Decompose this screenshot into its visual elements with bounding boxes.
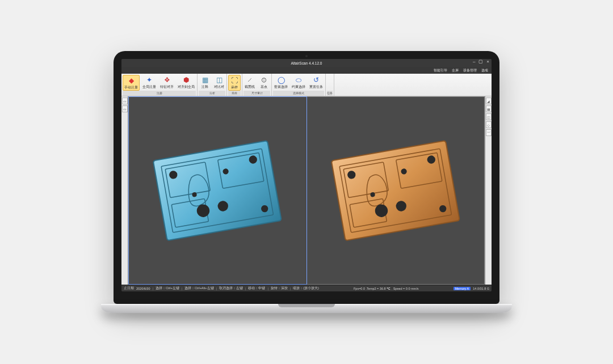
- grid-icon: ▦: [200, 75, 209, 84]
- laptop-frame: AltairScan 4.4.12.0 – ▢ × 智能引导 全屏 设备管理 选…: [114, 51, 499, 313]
- right-tool-palette: ◢ ▦ ◫ ◇ 〰: [485, 96, 492, 285]
- app-window: AltairScan 4.4.12.0 – ▢ × 智能引导 全屏 设备管理 选…: [121, 59, 492, 291]
- menu-fullscreen[interactable]: 全屏: [452, 68, 459, 73]
- left-tool-palette: ▭ ▭: [121, 96, 128, 285]
- screen-bezel: AltairScan 4.4.12.0 – ▢ × 智能引导 全屏 设备管理 选…: [114, 51, 499, 304]
- menubar: 智能引导 全屏 设备管理 选项: [121, 67, 492, 74]
- sample-button[interactable]: ⛶ 采样: [228, 75, 241, 91]
- hint-select2: 选择：Ctrl+Alt+左键: [184, 286, 213, 290]
- laptop-base: [101, 304, 512, 313]
- ribbon-group-select: ◯ 套索选择 ⬭ 约束选择 ↺ 重置任务 选择模式: [272, 74, 326, 96]
- status-date-label: 止日期: [124, 286, 134, 290]
- palette-right-1[interactable]: ◢: [486, 98, 492, 104]
- constrain-select-button[interactable]: ⬭ 约束选择: [291, 75, 306, 90]
- compare-button[interactable]: ◫ 对比对: [213, 75, 225, 90]
- svg-rect-12: [331, 141, 460, 240]
- ribbon-group-dimension: ⟋ 截面线 ⊙ 基点 尺寸量计: [242, 74, 272, 96]
- menu-options[interactable]: 选项: [481, 68, 488, 73]
- status-perf: Fps=0.0 .Temp2 = 36.8 ℃ . Speed = 0.0 mm…: [354, 287, 418, 290]
- group-label: 采样: [228, 91, 241, 96]
- mesh-model-icon: [320, 133, 471, 248]
- camera-dot: [305, 55, 308, 57]
- group-label: 尺寸量计: [243, 91, 270, 96]
- annotate-button[interactable]: ▦ 注释: [199, 75, 211, 90]
- app-title: AltairScan 4.4.12.0: [291, 61, 322, 65]
- palette-right-3[interactable]: ◫: [486, 113, 492, 120]
- viewport-right[interactable]: [307, 96, 485, 285]
- menu-smart-guide[interactable]: 智能引导: [434, 68, 447, 73]
- close-button[interactable]: ×: [486, 59, 489, 64]
- window-controls: – ▢ ×: [473, 59, 489, 64]
- viewports: [128, 96, 485, 285]
- crosssection-button[interactable]: ⟋ 截面线: [243, 75, 256, 90]
- lasso-select-button[interactable]: ◯ 套索选择: [273, 75, 289, 90]
- cube-icon: ⬢: [182, 75, 191, 84]
- svg-rect-0: [153, 141, 282, 240]
- minimize-button[interactable]: –: [473, 59, 475, 64]
- viewport-left[interactable]: [128, 96, 307, 285]
- ribbon-group-register: ◆ 手动注册 ✦ 全局注册 ❖ 特征对齐 ⬢ 对: [121, 74, 198, 96]
- hint-rotate: 旋转：深按: [271, 286, 288, 290]
- palette-tool-1[interactable]: ▭: [122, 98, 128, 104]
- ribbon-group-task: 任务: [326, 74, 334, 96]
- lasso-icon: ◯: [276, 75, 285, 84]
- statusbar: 止日期 2020/6/30 | 选择：Ctrl+左键 | 选择：Ctrl+Alt…: [121, 285, 492, 291]
- palette-right-2[interactable]: ▦: [486, 105, 492, 112]
- group-label: 选择模式: [273, 91, 324, 96]
- maximize-button[interactable]: ▢: [478, 59, 483, 64]
- snowflake-icon: ❖: [162, 75, 171, 84]
- hint-move: 移动：中键: [248, 286, 265, 290]
- hint-deselect: 取消选择：左键: [219, 286, 243, 290]
- ribbon-toolbar: ◆ 手动注册 ✦ 全局注册 ❖ 特征对齐 ⬢ 对: [121, 74, 492, 96]
- slash-icon: ⟋: [245, 75, 254, 84]
- palette-right-5[interactable]: 〰: [486, 129, 492, 136]
- ellipse-icon: ⬭: [294, 75, 303, 84]
- diamond-icon: ◆: [127, 76, 136, 85]
- sparkle-icon: ✦: [145, 75, 154, 84]
- menu-device-mgmt[interactable]: 设备管理: [463, 68, 477, 73]
- hint-zoom: 缩放：(放小放大): [293, 286, 319, 290]
- group-label: 分析: [199, 91, 225, 96]
- baseline-button[interactable]: ⊙ 基点: [258, 75, 270, 90]
- align-global-button[interactable]: ⬢ 对齐到全局: [177, 75, 196, 91]
- frame-icon: ⛶: [230, 76, 239, 85]
- target-icon: ⊙: [259, 75, 268, 84]
- manual-register-button[interactable]: ◆ 手动注册: [123, 75, 140, 91]
- palette-tool-2[interactable]: ▭: [122, 105, 128, 112]
- feature-align-button[interactable]: ❖ 特征对齐: [159, 75, 175, 91]
- ribbon-group-analysis: ▦ 注释 ◫ 对比对 分析: [198, 74, 227, 96]
- group-label: 注册: [123, 91, 196, 96]
- hint-select: 选择：Ctrl+左键: [156, 286, 179, 290]
- titlebar: AltairScan 4.4.12.0 – ▢ ×: [121, 59, 492, 67]
- reset-icon: ↺: [312, 75, 321, 84]
- memory-value: 14.0/31.8 G: [473, 287, 489, 290]
- status-date: 2020/6/30: [136, 287, 150, 290]
- memory-badge: Memory A: [454, 287, 471, 290]
- group-label: 任务: [327, 91, 333, 96]
- split-icon: ◫: [215, 75, 224, 84]
- workspace: ▭ ▭: [121, 96, 492, 285]
- reset-task-button[interactable]: ↺ 重置任务: [308, 75, 324, 90]
- ribbon-group-sample: ⛶ 采样 采样: [227, 74, 242, 96]
- global-register-button[interactable]: ✦ 全局注册: [141, 75, 157, 91]
- palette-right-4[interactable]: ◇: [486, 121, 492, 128]
- cad-model-icon: [142, 133, 293, 248]
